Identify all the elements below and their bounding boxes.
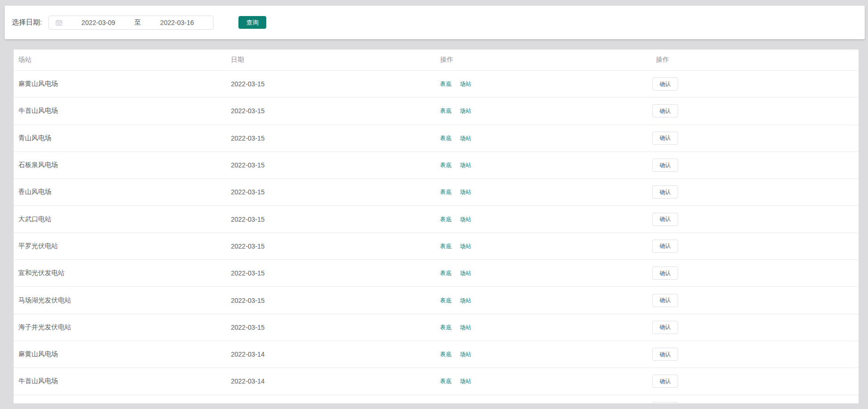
- table-bottom-link[interactable]: 表底: [440, 324, 451, 331]
- station-link[interactable]: 场站: [460, 351, 471, 358]
- station-cell: 牛首山风电场: [14, 377, 226, 385]
- operations-cell: 表底 场站: [435, 107, 651, 115]
- header-station: 场站: [14, 56, 226, 64]
- date-range-picker[interactable]: 2022-03-09 至 2022-03-16: [49, 16, 213, 30]
- date-cell: 2022-03-15: [226, 242, 435, 250]
- confirm-button[interactable]: 确认: [652, 294, 678, 307]
- table-row: 麻黄山风电场 2022-03-14 表底 场站 确认: [14, 341, 859, 368]
- station-cell: 麻黄山风电场: [14, 80, 226, 88]
- operations-cell: 表底 场站: [435, 350, 651, 359]
- table-bottom-link[interactable]: 表底: [440, 297, 451, 304]
- confirm-button[interactable]: 确认: [652, 375, 678, 388]
- station-cell: 青山风电场: [14, 134, 226, 142]
- table-row: 平罗光伏电站 2022-03-15 表底 场站 确认: [14, 233, 859, 260]
- table-bottom-link[interactable]: 表底: [440, 81, 451, 87]
- confirm-button[interactable]: 确认: [652, 240, 678, 253]
- confirm-cell: 确认: [651, 267, 859, 280]
- station-link[interactable]: 场站: [460, 108, 471, 114]
- confirm-button[interactable]: 确认: [652, 77, 678, 91]
- date-range-separator: 至: [134, 18, 141, 27]
- confirm-button[interactable]: 确认: [652, 213, 678, 226]
- confirm-cell: 确认: [651, 132, 859, 145]
- confirm-cell: 确认: [651, 395, 859, 403]
- operations-cell: 表底 场站: [435, 80, 651, 88]
- operations-cell: 表底 场站: [435, 296, 651, 305]
- date-filter-label: 选择日期:: [12, 18, 42, 27]
- date-cell: 2022-03-15: [226, 216, 435, 223]
- station-link[interactable]: 场站: [460, 162, 471, 168]
- confirm-button[interactable]: 确认: [652, 104, 678, 117]
- operations-cell: 表底 场站: [435, 161, 651, 169]
- table-header-row: 场站 日期 操作 操作: [14, 50, 859, 71]
- date-cell: 2022-03-14: [226, 377, 435, 385]
- station-link[interactable]: 场站: [460, 189, 471, 195]
- date-cell: 2022-03-15: [226, 324, 435, 331]
- table-body: 麻黄山风电场 2022-03-15 表底 场站 确认 牛首山风电场 2022-0…: [14, 71, 859, 395]
- date-cell: 2022-03-15: [226, 107, 435, 115]
- operations-cell: 表底 场站: [435, 377, 651, 385]
- operations-cell: 表底 场站: [435, 323, 651, 332]
- date-cell: 2022-03-15: [226, 297, 435, 304]
- table-bottom-link[interactable]: 表底: [440, 243, 451, 250]
- operations-cell: 表底 场站: [435, 215, 651, 224]
- station-cell: 石板泉风电场: [14, 161, 226, 169]
- date-cell: 2022-03-15: [226, 80, 435, 88]
- table-row: 石板泉风电场 2022-03-15 表底 场站 确认: [14, 152, 859, 179]
- filter-bar: 选择日期: 2022-03-09 至 2022-03-16 查询: [5, 6, 865, 39]
- confirm-button[interactable]: 确认: [652, 402, 678, 403]
- station-link[interactable]: 场站: [460, 297, 471, 304]
- date-cell: 2022-03-14: [226, 351, 435, 358]
- table-bottom-link[interactable]: 表底: [440, 135, 451, 142]
- table-row: 麻黄山风电场 2022-03-15 表底 场站 确认: [14, 71, 859, 98]
- operations-cell: 表底 场站: [435, 188, 651, 196]
- table-row: 海子井光发伏电站 2022-03-15 表底 场站 确认: [14, 314, 859, 341]
- table-bottom-link[interactable]: 表底: [440, 270, 451, 276]
- station-link[interactable]: 场站: [460, 81, 471, 87]
- station-link[interactable]: 场站: [460, 243, 471, 250]
- table-bottom-link[interactable]: 表底: [440, 378, 451, 384]
- table-row: 宣和光伏发电站 2022-03-15 表底 场站 确认: [14, 260, 859, 287]
- table-bottom-link[interactable]: 表底: [440, 351, 451, 358]
- confirm-button[interactable]: 确认: [652, 348, 678, 361]
- table-bottom-link[interactable]: 表底: [440, 216, 451, 223]
- confirm-button[interactable]: 确认: [652, 132, 678, 145]
- confirm-button[interactable]: 确认: [652, 267, 678, 280]
- date-cell: 2022-03-15: [226, 161, 435, 169]
- data-table: 场站 日期 操作 操作 麻黄山风电场 2022-03-15 表底 场站 确认 牛…: [14, 50, 859, 403]
- table-bottom-link[interactable]: 表底: [440, 162, 451, 168]
- confirm-cell: 确认: [651, 104, 859, 117]
- station-cell: 马场湖光发伏电站: [14, 296, 226, 305]
- confirm-cell: 确认: [651, 77, 859, 91]
- header-operation-links: 操作: [435, 56, 651, 64]
- table-bottom-link[interactable]: 表底: [440, 108, 451, 114]
- date-cell: 2022-03-15: [226, 134, 435, 142]
- station-cell: 平罗光伏电站: [14, 242, 226, 250]
- table-row: 牛首山风电场 2022-03-14 表底 场站 确认: [14, 368, 859, 395]
- operations-cell: 表底 场站: [435, 269, 651, 277]
- table-row: 大武口电站 2022-03-15 表底 场站 确认: [14, 206, 859, 233]
- query-button[interactable]: 查询: [238, 16, 266, 29]
- station-link[interactable]: 场站: [460, 324, 471, 331]
- date-end-value[interactable]: 2022-03-16: [141, 19, 213, 26]
- confirm-button[interactable]: 确认: [652, 321, 678, 334]
- confirm-cell: 确认: [651, 240, 859, 253]
- confirm-button[interactable]: 确认: [652, 159, 678, 172]
- station-link[interactable]: 场站: [460, 270, 471, 276]
- table-row: 青山风电场 2022-03-15 表底 场站 确认: [14, 125, 859, 152]
- station-link[interactable]: 场站: [460, 216, 471, 223]
- operations-cell: 表底 场站: [435, 242, 651, 250]
- station-cell: 海子井光发伏电站: [14, 323, 226, 332]
- confirm-cell: 确认: [651, 213, 859, 226]
- confirm-cell: 确认: [651, 159, 859, 172]
- calendar-icon: [56, 19, 62, 26]
- confirm-cell: 确认: [651, 185, 859, 199]
- confirm-cell: 确认: [651, 348, 859, 361]
- table-bottom-link[interactable]: 表底: [440, 189, 451, 195]
- date-start-value[interactable]: 2022-03-09: [62, 19, 134, 26]
- station-link[interactable]: 场站: [460, 135, 471, 142]
- confirm-button[interactable]: 确认: [652, 185, 678, 199]
- station-link[interactable]: 场站: [460, 378, 471, 384]
- station-cell: 牛首山风电场: [14, 107, 226, 115]
- confirm-cell: 确认: [651, 321, 859, 334]
- station-cell: 大武口电站: [14, 215, 226, 224]
